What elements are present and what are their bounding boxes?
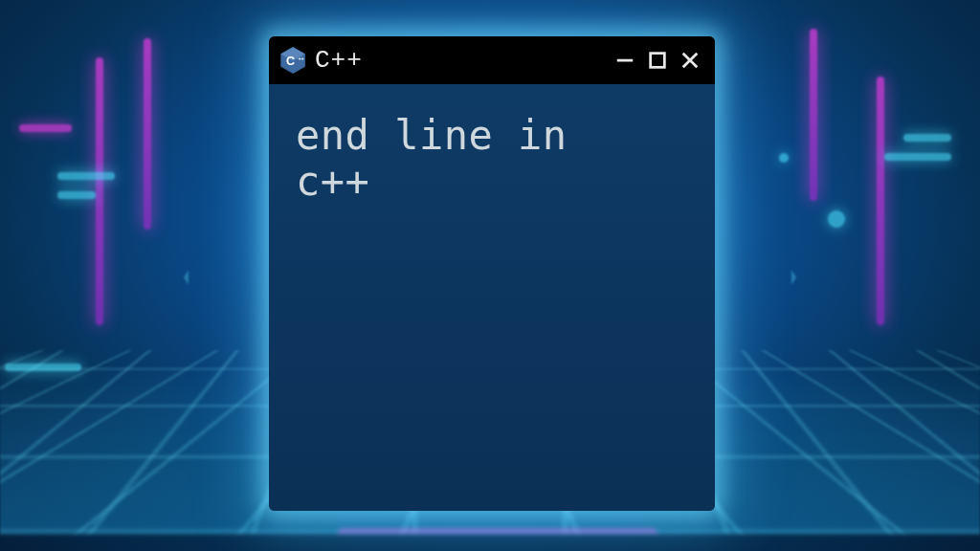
titlebar[interactable]: C + + C++ bbox=[269, 36, 715, 84]
close-button[interactable] bbox=[679, 49, 702, 72]
minimize-button[interactable] bbox=[613, 49, 636, 72]
maximize-button[interactable] bbox=[646, 49, 669, 72]
svg-text:+: + bbox=[301, 55, 303, 61]
window-title: C++ bbox=[315, 46, 363, 75]
svg-rect-7 bbox=[651, 54, 665, 68]
svg-text:+: + bbox=[298, 55, 301, 61]
cpp-icon: C + + bbox=[278, 46, 307, 75]
window-controls bbox=[613, 49, 702, 72]
terminal-text: end line in c++ bbox=[296, 113, 688, 206]
terminal-window: C + + C++ end line in c++ bbox=[269, 36, 715, 511]
svg-text:C: C bbox=[286, 55, 295, 68]
terminal-content: end line in c++ bbox=[269, 84, 715, 511]
